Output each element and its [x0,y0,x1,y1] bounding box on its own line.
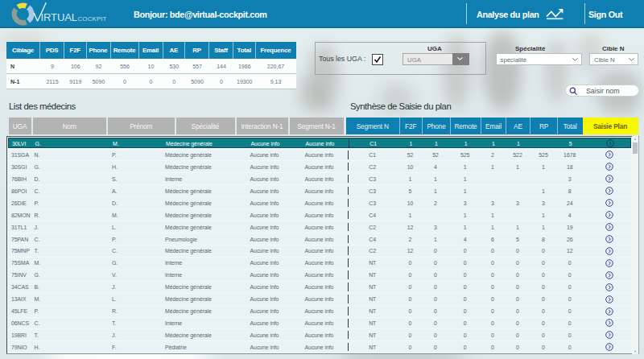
svg-text:COCKPIT: COCKPIT [78,15,107,23]
svg-text:IRTUAL: IRTUAL [41,11,78,23]
